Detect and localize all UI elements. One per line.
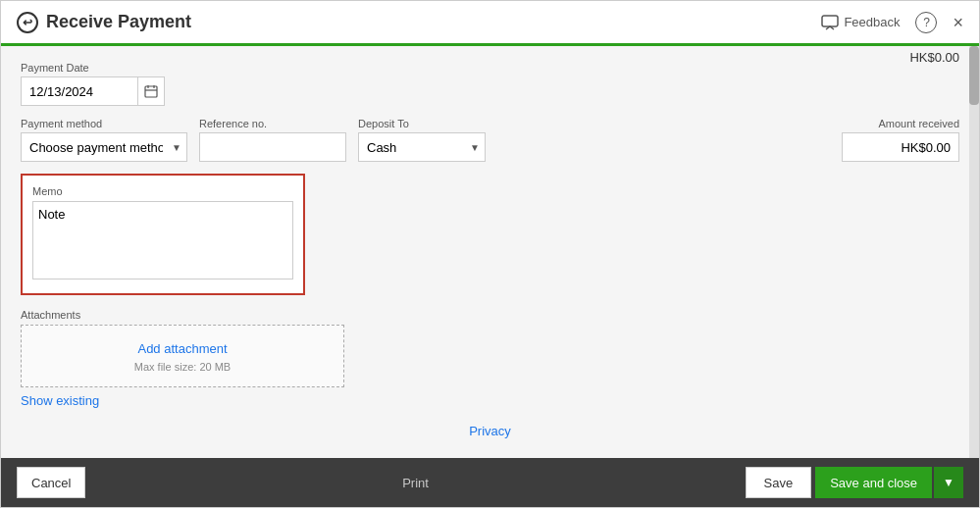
save-and-close-button[interactable]: Save and close	[815, 467, 932, 498]
save-button[interactable]: Save	[746, 467, 812, 498]
reference-no-label: Reference no.	[199, 118, 346, 129]
date-input-wrap	[21, 76, 959, 106]
reference-no-group: Reference no.	[199, 118, 346, 162]
close-button[interactable]: ×	[953, 14, 963, 31]
title-area: ↩ Receive Payment	[17, 12, 191, 33]
form-section: Payment Date Payment	[21, 62, 959, 439]
feedback-label: Feedback	[844, 15, 900, 29]
payment-date-label: Payment Date	[21, 62, 959, 74]
cancel-button[interactable]: Cancel	[17, 467, 85, 498]
footer-left: Cancel	[17, 467, 85, 498]
attachments-label: Attachments	[21, 309, 959, 321]
help-icon: ?	[923, 16, 930, 29]
deposit-to-label: Deposit To	[358, 118, 486, 129]
fields-row: Payment method Choose payment method ▼ R…	[21, 118, 959, 162]
amount-received-input[interactable]	[842, 132, 959, 162]
show-existing-button[interactable]: Show existing	[21, 393, 99, 408]
print-button[interactable]: Print	[402, 476, 429, 490]
scrollbar[interactable]	[969, 46, 979, 458]
help-button[interactable]: ?	[915, 12, 937, 33]
memo-label: Memo	[32, 185, 293, 197]
amount-top-display: HK$0.00	[909, 50, 959, 65]
svg-rect-1	[145, 86, 157, 97]
memo-textarea[interactable]: Note	[32, 201, 293, 279]
save-close-dropdown-arrow: ▼	[943, 476, 954, 489]
svg-rect-0	[822, 16, 838, 26]
attachments-section: Attachments Add attachment Max file size…	[21, 309, 959, 408]
max-file-size-label: Max file size: 20 MB	[31, 361, 334, 373]
payment-date-input[interactable]	[21, 76, 138, 106]
deposit-to-group: Deposit To Cash ▼	[358, 118, 486, 162]
amount-received-group: Amount received	[842, 118, 959, 162]
page-title: Receive Payment	[46, 12, 191, 32]
title-icon: ↩	[17, 12, 38, 33]
feedback-button[interactable]: Feedback	[821, 14, 900, 31]
payment-method-select-container: Choose payment method ▼	[21, 132, 187, 162]
attachments-box: Add attachment Max file size: 20 MB	[21, 325, 344, 387]
modal-content: Payment Date Payment	[1, 46, 979, 458]
payment-date-row: Payment Date	[21, 62, 959, 106]
save-close-dropdown-button[interactable]: ▼	[934, 467, 963, 498]
footer-right: Save Save and close ▼	[746, 467, 963, 498]
deposit-to-select-container: Cash ▼	[358, 132, 486, 162]
deposit-to-select[interactable]: Cash	[358, 132, 486, 162]
reference-no-input[interactable]	[199, 132, 346, 162]
feedback-icon	[821, 14, 839, 31]
payment-method-select[interactable]: Choose payment method	[21, 132, 187, 162]
header-right: Feedback ? ×	[821, 12, 963, 33]
privacy-link[interactable]: Privacy	[469, 424, 511, 438]
footer-center: Print	[402, 476, 429, 490]
modal-header: ↩ Receive Payment Feedback ? ×	[1, 1, 979, 46]
add-attachment-button[interactable]: Add attachment	[137, 341, 227, 356]
scrollbar-thumb[interactable]	[969, 46, 979, 105]
payment-method-label: Payment method	[21, 118, 187, 129]
calendar-icon	[144, 84, 158, 98]
calendar-button[interactable]	[138, 76, 165, 106]
amount-received-label: Amount received	[842, 118, 959, 129]
payment-method-group: Payment method Choose payment method ▼	[21, 118, 187, 162]
modal-footer: Cancel Print Save Save and close ▼	[1, 458, 979, 507]
memo-section: Memo Note	[21, 174, 305, 295]
privacy-area: Privacy	[21, 422, 959, 439]
receive-payment-modal: ↩ Receive Payment Feedback ? × HK$0.00	[0, 0, 980, 508]
